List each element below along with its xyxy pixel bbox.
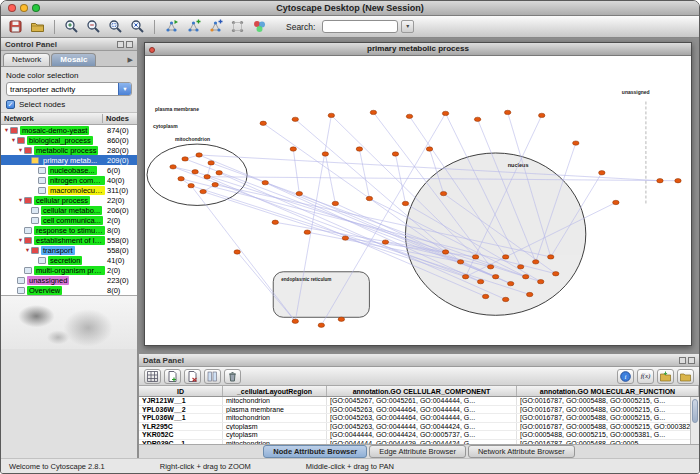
network-node[interactable]	[462, 275, 468, 279]
network-node[interactable]	[502, 297, 508, 301]
table-row[interactable]: YKR052Ccytoplasm[GO:0044444, GO:0044424,…	[139, 431, 699, 440]
tree-item[interactable]: nucleobase...6(0)	[1, 165, 137, 175]
node-color-combobox[interactable]: transporter activity ▼	[6, 82, 132, 96]
import-attributes-icon[interactable]	[657, 369, 674, 384]
network-node[interactable]	[356, 147, 362, 151]
network-node[interactable]	[338, 317, 344, 321]
network-node[interactable]	[366, 196, 372, 200]
new-network-icon[interactable]	[184, 18, 203, 36]
network-node[interactable]	[613, 200, 619, 204]
delete-attribute-icon[interactable]	[184, 369, 201, 384]
select-attributes-icon[interactable]	[144, 369, 161, 384]
network-window-titlebar[interactable]: primary metabolic process	[145, 43, 691, 56]
close-panel-icon[interactable]	[126, 41, 133, 48]
network-node[interactable]	[526, 292, 532, 296]
info-icon[interactable]: i	[617, 369, 634, 384]
tree-item[interactable]: ▼mosaic-demo-yeast874(0)	[1, 125, 137, 135]
network-node[interactable]	[260, 121, 266, 125]
open-session-icon[interactable]	[28, 18, 47, 36]
network-node[interactable]	[392, 152, 398, 156]
tree-item[interactable]: macromolecule...311(0)	[1, 185, 137, 195]
network-node[interactable]	[675, 179, 681, 183]
table-row[interactable]: YJR121W__1mitochondrion[GO:0045267, GO:0…	[139, 397, 699, 406]
minimize-button[interactable]	[20, 4, 28, 12]
tree-item[interactable]: unassigned223(0)	[1, 275, 137, 285]
create-attribute-icon[interactable]	[164, 369, 181, 384]
expand-triangle-icon[interactable]: ▼	[3, 125, 10, 135]
column-header[interactable]: annotation.GO MOLECULAR_FUNCTION	[517, 386, 699, 396]
trash-icon[interactable]	[224, 369, 241, 384]
network-node[interactable]	[482, 294, 488, 298]
network-node[interactable]	[599, 171, 605, 175]
network-node[interactable]	[208, 161, 214, 165]
apply-layout-icon[interactable]	[228, 18, 247, 36]
network-window[interactable]: primary metabolic process nucleusmitocho…	[144, 42, 692, 346]
tree-item[interactable]: primary metab...209(0)	[1, 155, 137, 165]
tab-edge-attribute-browser[interactable]: Edge Attribute Browser	[369, 445, 466, 458]
inner-close-button[interactable]	[149, 47, 155, 53]
network-node[interactable]	[332, 201, 338, 205]
network-node[interactable]	[553, 272, 559, 276]
network-node[interactable]	[178, 177, 184, 181]
expand-triangle-icon[interactable]: ▼	[17, 195, 24, 205]
expand-triangle-icon[interactable]: ▼	[10, 135, 17, 145]
table-row[interactable]: YPL036W__1mitochondrion[GO:0045263, GO:0…	[139, 414, 699, 423]
zoom-selected-region-icon[interactable]	[106, 18, 125, 36]
float-panel-icon[interactable]	[117, 41, 124, 48]
network-node[interactable]	[442, 250, 448, 254]
network-node[interactable]	[290, 147, 296, 151]
save-session-icon[interactable]	[6, 18, 25, 36]
titlebar[interactable]: Cytoscape Desktop (New Session)	[1, 1, 699, 16]
column-settings-icon[interactable]	[204, 369, 221, 384]
maximize-button[interactable]	[32, 4, 40, 12]
search-options-button[interactable]: ▾	[401, 20, 414, 33]
network-node[interactable]	[402, 201, 408, 205]
network-node[interactable]	[492, 275, 498, 279]
tree-item[interactable]: Overview8(0)	[1, 285, 137, 295]
network-node[interactable]	[502, 255, 508, 259]
network-node[interactable]	[196, 153, 202, 157]
zoom-fit-content-icon[interactable]	[128, 18, 147, 36]
network-node[interactable]	[472, 255, 478, 259]
table-row[interactable]: YLR295Ccytoplasm[GO:0045263, GO:0044444,…	[139, 423, 699, 432]
tab-scroll-right-icon[interactable]: ▶	[126, 56, 135, 66]
network-node[interactable]	[182, 157, 188, 161]
expand-triangle-icon[interactable]: ▼	[17, 145, 24, 155]
network-node[interactable]	[188, 183, 194, 187]
network-node[interactable]	[192, 170, 198, 174]
network-node[interactable]	[538, 279, 544, 283]
tree-item[interactable]: ▼transport558(0)	[1, 245, 137, 255]
tree-item[interactable]: cell communica...2(0)	[1, 215, 137, 225]
network-node[interactable]	[657, 179, 663, 183]
network-node[interactable]	[573, 141, 579, 145]
network-node[interactable]	[406, 114, 412, 118]
function-builder-button[interactable]: f(x)	[637, 369, 654, 384]
network-node[interactable]	[517, 265, 523, 269]
network-node[interactable]	[342, 236, 348, 240]
network-node[interactable]	[474, 117, 480, 121]
network-node[interactable]	[477, 279, 483, 283]
network-node[interactable]	[487, 265, 493, 269]
network-from-selection-icon[interactable]	[206, 18, 225, 36]
search-input[interactable]	[322, 20, 398, 33]
select-nodes-checkbox[interactable]: ✓ Select nodes	[6, 100, 132, 109]
tree-item[interactable]: cellular metabo...206(0)	[1, 205, 137, 215]
network-node[interactable]	[322, 152, 328, 156]
expand-triangle-icon[interactable]: ▼	[24, 245, 31, 255]
network-node[interactable]	[262, 181, 268, 185]
float-panel-icon[interactable]	[679, 357, 686, 364]
column-header[interactable]: annotation.GO CELLULAR_COMPONENT	[327, 386, 517, 396]
tab-network-attribute-browser[interactable]: Network Attribute Browser	[468, 445, 575, 458]
network-node[interactable]	[426, 147, 432, 151]
tab-network[interactable]: Network	[3, 53, 50, 66]
tab-node-attribute-browser[interactable]: Node Attribute Browser	[263, 445, 367, 458]
column-header[interactable]: _cellularLayoutRegion	[223, 386, 327, 396]
network-node[interactable]	[234, 250, 240, 254]
table-scrollbar[interactable]	[690, 397, 699, 444]
network-node[interactable]	[318, 323, 324, 327]
tree-item[interactable]: multi-organism pro...2(0)	[1, 265, 137, 275]
close-panel-icon[interactable]	[688, 357, 695, 364]
network-node[interactable]	[533, 260, 539, 264]
network-node[interactable]	[328, 113, 334, 117]
table-row[interactable]: YDR039C__1mitochondrion[GO:0044444, GO:0…	[139, 440, 699, 445]
